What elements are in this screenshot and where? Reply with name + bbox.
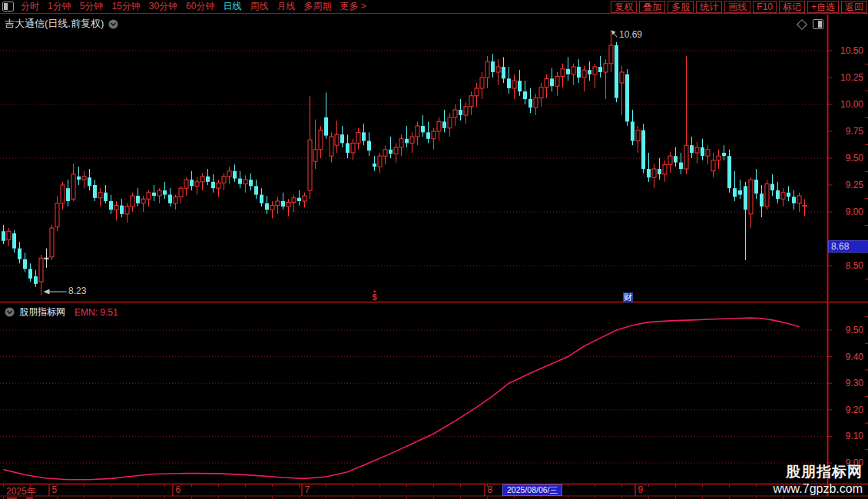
selected-date-tag: 2025/08/06/三 [502,484,562,496]
candle [109,195,113,214]
candle [717,150,721,169]
candle [620,66,624,115]
candle [351,139,355,160]
candle [679,153,683,174]
right-panel-toggle-icon[interactable] [813,19,823,29]
candle [475,83,479,107]
candle [432,128,436,150]
candle [754,169,758,199]
finance-report-marker[interactable]: 财 [623,292,633,302]
candle [190,171,194,190]
candle [200,173,204,190]
price-axis-label: 9.75 [831,126,863,137]
candle [227,167,231,183]
candle [147,190,151,207]
price-axis-label: 10.50 [831,45,863,56]
indicator-axis-label: 9.30 [831,378,863,388]
candle [684,56,688,174]
candle [733,171,737,201]
candle [303,193,306,208]
candle [706,145,710,164]
candle [738,180,742,199]
candle [518,70,522,96]
candle [442,110,446,132]
candle [55,196,59,231]
chevron-down-circle-icon[interactable] [108,19,118,29]
candle [93,180,97,201]
candle [609,30,613,72]
chart-title-bar: 吉大通信(日线.前复权) [5,17,118,31]
candle [459,99,462,121]
candle [324,93,328,139]
candle [120,199,124,217]
candle [313,120,317,169]
low-annotation-arrowhead [44,289,50,295]
candle [136,188,140,207]
high-annotation-arrowhead [611,30,616,35]
candle [77,167,81,185]
candle [485,56,489,88]
candle [292,195,296,212]
candle [550,68,554,91]
candle [690,137,694,158]
candle [362,124,366,145]
candle [625,69,629,126]
candle [281,193,285,210]
price-axis-label: 9.00 [831,207,863,217]
candle [588,61,591,81]
site-watermark: 股朋指标网 www.7gpzb.com [774,462,863,496]
candle [561,64,565,88]
candle [571,64,575,85]
price-axis-label: 10.25 [831,72,863,83]
candle [394,143,398,162]
candle [528,88,532,113]
candle [631,110,634,145]
candle [647,153,651,182]
candle [28,263,32,282]
candle [744,182,747,260]
timeline-month-label: 8 [488,485,493,495]
dollar-signal-marker[interactable]: ▲ $ [369,289,380,302]
candle [636,126,640,153]
candle [244,175,247,192]
timeline-year-label: 2025年 [6,485,36,498]
candle [453,104,457,126]
candle [410,132,414,153]
candle [389,137,393,158]
candle [346,134,350,158]
candle [238,171,242,188]
main-chart-canvas[interactable] [0,0,868,499]
candle [157,188,161,203]
candle [206,169,210,185]
price-axis-label: 9.50 [831,153,863,164]
candle [480,72,484,99]
candle [18,242,22,263]
chevron-down-circle-icon[interactable] [5,307,15,317]
candle [668,152,672,173]
candle [98,188,102,207]
candle [265,196,269,214]
price-axis-label: 10.00 [831,99,863,110]
candle [287,199,290,216]
candle [776,182,780,203]
candle [163,182,167,199]
indicator-axis-label: 9.10 [831,431,863,441]
candle [12,230,16,253]
timeline-month-label: 5 [52,485,58,495]
candle [437,117,441,141]
candle [34,270,38,287]
candle [222,173,226,190]
high-price-annotation: 10.69 [619,29,642,40]
indicator-axis-label: 9.40 [831,352,863,362]
candle [426,121,430,143]
candle [448,113,452,137]
candle [125,203,129,223]
diamond-icon[interactable] [797,18,807,29]
candle [604,59,608,99]
candle [184,177,188,196]
candle [539,83,543,107]
candle [211,174,215,193]
indicator-header: 股朋指标网 EMN: 9.51 [5,306,118,319]
candle [566,57,570,81]
candle [727,150,731,193]
